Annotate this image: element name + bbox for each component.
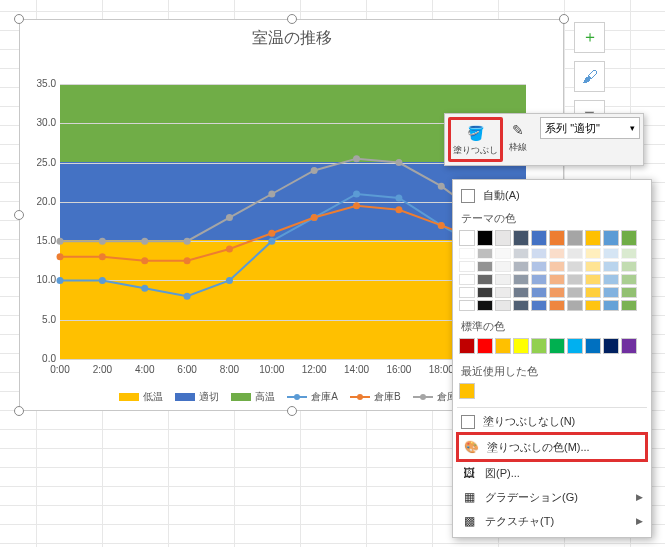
color-tint-swatch[interactable] xyxy=(549,300,565,311)
data-point[interactable] xyxy=(99,253,106,260)
color-tint-swatch[interactable] xyxy=(567,261,583,272)
data-point[interactable] xyxy=(268,238,275,245)
color-swatch[interactable] xyxy=(459,383,475,399)
chart-elements-button[interactable]: ＋ xyxy=(574,22,605,53)
color-tint-swatch[interactable] xyxy=(585,287,601,298)
color-tint-swatch[interactable] xyxy=(585,248,601,259)
data-point[interactable] xyxy=(311,214,318,221)
color-tint-swatch[interactable] xyxy=(459,287,475,298)
color-swatch[interactable] xyxy=(531,338,547,354)
data-point[interactable] xyxy=(311,167,318,174)
legend-series-a[interactable]: 倉庫A xyxy=(287,390,338,404)
chart-title[interactable]: 室温の推移 xyxy=(20,20,563,53)
color-tint-swatch[interactable] xyxy=(531,300,547,311)
gradient-fill-option[interactable]: ▦ グラデーション(G) ▶ xyxy=(459,485,645,509)
color-tint-swatch[interactable] xyxy=(531,248,547,259)
color-swatch[interactable] xyxy=(531,230,547,246)
color-tint-swatch[interactable] xyxy=(513,300,529,311)
color-tint-swatch[interactable] xyxy=(603,261,619,272)
data-point[interactable] xyxy=(438,183,445,190)
color-tint-swatch[interactable] xyxy=(567,287,583,298)
color-tint-swatch[interactable] xyxy=(621,287,637,298)
color-tint-swatch[interactable] xyxy=(621,274,637,285)
legend-optimal[interactable]: 適切 xyxy=(175,390,219,404)
color-tint-swatch[interactable] xyxy=(495,300,511,311)
color-tint-swatch[interactable] xyxy=(603,300,619,311)
color-swatch[interactable] xyxy=(585,230,601,246)
color-tint-swatch[interactable] xyxy=(621,261,637,272)
color-swatch[interactable] xyxy=(477,338,493,354)
color-tint-swatch[interactable] xyxy=(585,274,601,285)
color-tint-swatch[interactable] xyxy=(477,287,493,298)
no-fill-option[interactable]: 塗りつぶしなし(N) xyxy=(459,410,645,433)
color-swatch[interactable] xyxy=(567,338,583,354)
color-swatch[interactable] xyxy=(495,230,511,246)
color-swatch[interactable] xyxy=(459,230,475,246)
color-tint-swatch[interactable] xyxy=(459,300,475,311)
data-point[interactable] xyxy=(57,277,64,284)
color-tint-swatch[interactable] xyxy=(531,274,547,285)
color-tint-swatch[interactable] xyxy=(549,248,565,259)
color-tint-swatch[interactable] xyxy=(531,261,547,272)
color-tint-swatch[interactable] xyxy=(567,248,583,259)
color-tint-swatch[interactable] xyxy=(495,261,511,272)
color-tint-swatch[interactable] xyxy=(513,274,529,285)
color-swatch[interactable] xyxy=(549,338,565,354)
color-tint-swatch[interactable] xyxy=(477,261,493,272)
data-point[interactable] xyxy=(353,202,360,209)
color-swatch[interactable] xyxy=(621,230,637,246)
data-point[interactable] xyxy=(184,293,191,300)
color-tint-swatch[interactable] xyxy=(549,261,565,272)
data-point[interactable] xyxy=(184,257,191,264)
texture-fill-option[interactable]: ▩ テクスチャ(T) ▶ xyxy=(459,509,645,533)
color-tint-swatch[interactable] xyxy=(585,300,601,311)
color-swatch[interactable] xyxy=(603,230,619,246)
data-point[interactable] xyxy=(99,238,106,245)
color-tint-swatch[interactable] xyxy=(513,287,529,298)
color-swatch[interactable] xyxy=(513,230,529,246)
color-tint-swatch[interactable] xyxy=(603,287,619,298)
data-point[interactable] xyxy=(438,222,445,229)
color-tint-swatch[interactable] xyxy=(495,248,511,259)
data-point[interactable] xyxy=(226,214,233,221)
color-tint-swatch[interactable] xyxy=(585,261,601,272)
color-tint-swatch[interactable] xyxy=(459,248,475,259)
data-point[interactable] xyxy=(141,257,148,264)
more-fill-colors-option[interactable]: 🎨 塗りつぶしの色(M)... xyxy=(456,432,648,462)
data-point[interactable] xyxy=(268,191,275,198)
color-tint-swatch[interactable] xyxy=(477,274,493,285)
color-swatch[interactable] xyxy=(495,338,511,354)
data-point[interactable] xyxy=(226,277,233,284)
color-tint-swatch[interactable] xyxy=(621,248,637,259)
data-point[interactable] xyxy=(353,155,360,162)
data-point[interactable] xyxy=(395,159,402,166)
color-tint-swatch[interactable] xyxy=(567,300,583,311)
color-swatch[interactable] xyxy=(603,338,619,354)
color-swatch[interactable] xyxy=(477,230,493,246)
color-tint-swatch[interactable] xyxy=(459,261,475,272)
fill-button[interactable]: 🪣 塗りつぶし xyxy=(448,117,503,162)
legend-series-b[interactable]: 倉庫B xyxy=(350,390,401,404)
color-tint-swatch[interactable] xyxy=(477,248,493,259)
data-point[interactable] xyxy=(141,238,148,245)
chart-styles-button[interactable]: 🖌 xyxy=(574,61,605,92)
color-tint-swatch[interactable] xyxy=(549,287,565,298)
series-selector[interactable]: 系列 "適切" ▾ xyxy=(540,117,640,139)
data-point[interactable] xyxy=(226,246,233,253)
data-point[interactable] xyxy=(141,285,148,292)
color-tint-swatch[interactable] xyxy=(603,248,619,259)
data-point[interactable] xyxy=(184,238,191,245)
color-tint-swatch[interactable] xyxy=(477,300,493,311)
color-tint-swatch[interactable] xyxy=(567,274,583,285)
data-point[interactable] xyxy=(395,194,402,201)
color-tint-swatch[interactable] xyxy=(549,274,565,285)
color-swatch[interactable] xyxy=(621,338,637,354)
auto-fill-option[interactable]: 自動(A) xyxy=(459,184,645,207)
data-point[interactable] xyxy=(57,238,64,245)
color-tint-swatch[interactable] xyxy=(621,300,637,311)
outline-button[interactable]: ✎ 枠線 xyxy=(505,117,531,156)
legend-high[interactable]: 高温 xyxy=(231,390,275,404)
data-point[interactable] xyxy=(395,206,402,213)
color-swatch[interactable] xyxy=(513,338,529,354)
color-tint-swatch[interactable] xyxy=(495,287,511,298)
